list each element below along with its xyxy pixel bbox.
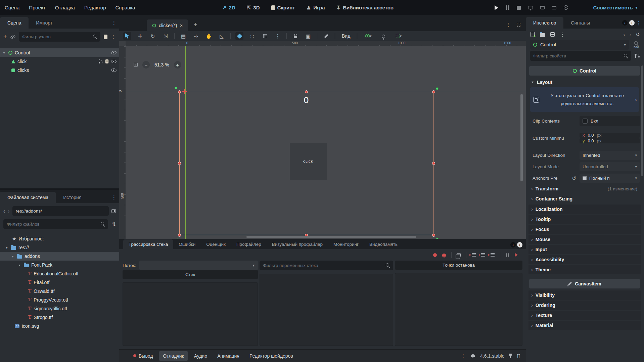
notifications-bell-icon[interactable] bbox=[471, 354, 475, 357]
view-menu[interactable]: Вид bbox=[340, 33, 352, 39]
bottom-tab-animation[interactable]: Анимация bbox=[213, 351, 243, 361]
copy-error-icon[interactable] bbox=[457, 253, 461, 257]
tab-filesystem[interactable]: Файловая система bbox=[0, 192, 56, 203]
section-tooltip[interactable]: ›Tooltip bbox=[528, 215, 641, 224]
clip-contents-checkbox[interactable] bbox=[583, 119, 588, 124]
scene-dock-menu-icon[interactable]: ⋮ bbox=[111, 20, 117, 25]
scale-tool[interactable]: ⇲ bbox=[162, 32, 170, 40]
vertical-scrollbar[interactable] bbox=[520, 94, 523, 181]
sort-files-icon[interactable]: ⇅ bbox=[111, 222, 116, 227]
break-button[interactable] bbox=[433, 253, 437, 257]
pan-tool[interactable]: ✋ bbox=[205, 32, 213, 40]
step-out-icon[interactable] bbox=[491, 253, 495, 257]
resource-menu-icon[interactable]: ⋮ bbox=[560, 32, 565, 37]
bottom-panel-menu-icon[interactable]: ⋮ bbox=[461, 353, 466, 358]
anchor-preset-button[interactable]: ▾ bbox=[392, 32, 405, 40]
node-selector[interactable]: Control ▾ bbox=[530, 40, 629, 50]
control-class-header[interactable]: Control bbox=[529, 66, 640, 76]
new-scene-tab-button[interactable]: + bbox=[193, 21, 197, 29]
play-button[interactable] bbox=[495, 5, 498, 10]
skeleton-options-button[interactable] bbox=[322, 32, 330, 40]
remote-debug-icon[interactable] bbox=[528, 6, 533, 9]
script-icon[interactable] bbox=[105, 59, 108, 63]
inspector-options-icon[interactable] bbox=[635, 54, 639, 58]
node-filter-input[interactable] bbox=[19, 32, 100, 42]
scene-tree-menu-icon[interactable]: ⋮ bbox=[111, 34, 116, 39]
anchor-dot[interactable] bbox=[175, 87, 177, 89]
history-back-icon[interactable]: ‹ bbox=[624, 32, 625, 37]
menu-debug[interactable]: Отладка bbox=[50, 5, 80, 10]
workspace-script-button[interactable]: Скрипт bbox=[267, 3, 299, 12]
section-visibility[interactable]: ›Visibility bbox=[528, 290, 641, 300]
close-icon[interactable]: × bbox=[180, 22, 183, 28]
variables-list[interactable] bbox=[260, 274, 393, 346]
pause-button[interactable] bbox=[506, 5, 509, 10]
anchor-dot[interactable] bbox=[436, 238, 439, 239]
inspector-dock-menu-icon[interactable]: ⋮ bbox=[636, 20, 641, 26]
custom-min-x-field[interactable]: x 0.0 px bbox=[580, 133, 640, 138]
stop-button[interactable] bbox=[517, 6, 521, 10]
visibility-eye-icon[interactable] bbox=[111, 51, 117, 54]
container-sizing-subsection[interactable]: › Container Sizing bbox=[528, 194, 641, 204]
lock-selection-button[interactable] bbox=[291, 32, 300, 40]
scene-tabs-menu-icon[interactable]: ⋮ bbox=[506, 22, 511, 27]
stack-var-filter-input[interactable] bbox=[260, 261, 393, 270]
fs-favorites-row[interactable]: ★ Избранное: bbox=[0, 234, 119, 243]
tab-evaluator[interactable]: Оценщик bbox=[201, 239, 231, 249]
group-selection-button[interactable]: ▣ bbox=[304, 32, 312, 40]
instance-scene-button[interactable] bbox=[10, 34, 16, 39]
tab-import[interactable]: Импорт bbox=[29, 17, 60, 29]
list-select-tool[interactable]: ▤ bbox=[179, 32, 187, 40]
tabs-scroll-left-icon[interactable]: ‹ bbox=[510, 242, 516, 247]
tab-video-memory[interactable]: Видеопамять bbox=[364, 239, 403, 249]
bottom-tab-debugger[interactable]: Отладчик bbox=[159, 351, 188, 361]
selection-handle[interactable] bbox=[305, 90, 308, 93]
anchor-mode-button[interactable] bbox=[379, 32, 387, 40]
bottom-tab-audio[interactable]: Аудио bbox=[190, 351, 212, 361]
ruler-tool[interactable]: ◺ bbox=[218, 32, 226, 40]
tab-history[interactable]: История bbox=[56, 192, 89, 203]
selection-handle[interactable] bbox=[432, 234, 435, 237]
play-scene-button[interactable] bbox=[540, 6, 545, 9]
selection-handle[interactable] bbox=[432, 162, 435, 165]
transform-subsection[interactable]: › Transform (1 изменение) bbox=[528, 184, 641, 194]
history-forward-icon[interactable]: › bbox=[630, 32, 631, 37]
canvasitem-class-header[interactable]: CanvasItem bbox=[529, 279, 640, 288]
select-tool[interactable] bbox=[123, 32, 131, 40]
tree-node-clicks[interactable]: clicks bbox=[0, 66, 119, 75]
tab-inspector[interactable]: Инспектор bbox=[526, 17, 563, 29]
step-over-icon[interactable] bbox=[481, 253, 485, 257]
fs-addons-row[interactable]: ▾ addons bbox=[0, 252, 119, 261]
bottom-tab-shader-editor[interactable]: Редактор шейдеров bbox=[245, 351, 297, 361]
split-view-icon[interactable] bbox=[111, 209, 116, 213]
anchor-dot[interactable] bbox=[436, 87, 439, 90]
load-resource-button[interactable] bbox=[540, 33, 545, 37]
renderer-selector[interactable]: Совместимость ▾ bbox=[593, 0, 637, 15]
section-mouse[interactable]: ›Mouse bbox=[528, 235, 641, 244]
layout-section-header[interactable]: ▾ Layout bbox=[528, 78, 641, 87]
ignore-breakpoints-icon[interactable] bbox=[442, 254, 446, 257]
zoom-level[interactable]: 51.3 % bbox=[154, 62, 169, 67]
layout-direction-select[interactable]: Inherited ▾ bbox=[580, 151, 640, 160]
nav-back-icon[interactable]: ‹ bbox=[3, 208, 5, 214]
selection-handle[interactable] bbox=[178, 162, 181, 165]
collapse-icon[interactable]: ▾ bbox=[17, 263, 21, 267]
section-focus[interactable]: ›Focus bbox=[528, 225, 641, 234]
horizontal-scrollbar[interactable] bbox=[246, 236, 416, 238]
expand-panel-icon[interactable]: ⇈ bbox=[516, 353, 520, 358]
play-custom-scene-button[interactable] bbox=[552, 6, 556, 9]
save-resource-button[interactable] bbox=[550, 32, 555, 37]
collapse-icon[interactable]: ▾ bbox=[11, 255, 15, 258]
step-into-icon[interactable] bbox=[472, 253, 476, 257]
smart-snap-toggle[interactable] bbox=[235, 32, 243, 40]
click-button-node[interactable]: CLICK bbox=[290, 143, 327, 180]
selection-handle[interactable] bbox=[178, 234, 181, 237]
zoom-out-button[interactable]: − bbox=[142, 61, 150, 69]
collapse-icon[interactable]: ▾ bbox=[2, 51, 6, 55]
tab-monitoring[interactable]: Мониторинг bbox=[328, 239, 364, 249]
zoom-in-button[interactable]: + bbox=[174, 61, 181, 69]
revert-icon[interactable]: ↺ bbox=[572, 176, 576, 181]
insert-key-button[interactable]: +▾ bbox=[362, 32, 375, 40]
transform-gizmo-icon[interactable] bbox=[182, 89, 187, 94]
version-label[interactable]: 4.6.1.stable bbox=[480, 353, 504, 359]
